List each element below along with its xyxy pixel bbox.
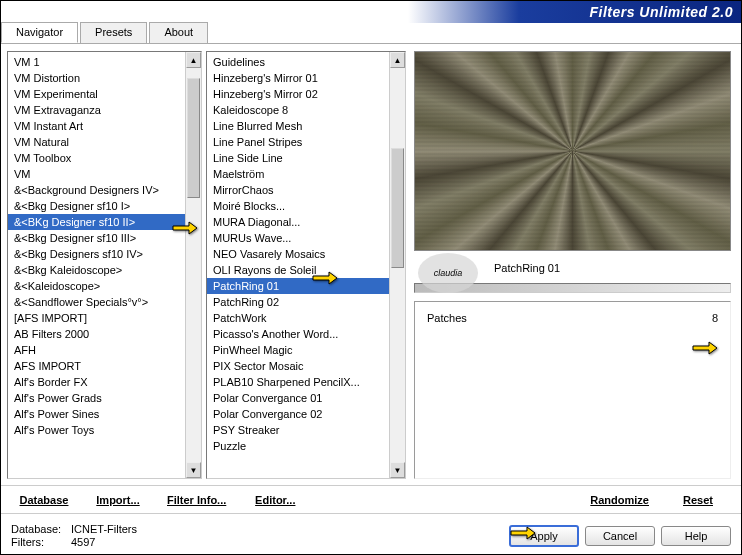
list-item[interactable]: NEO Vasarely Mosaics (207, 246, 389, 262)
list-item[interactable]: MURA Diagonal... (207, 214, 389, 230)
list-item[interactable]: &<Bkg Designer sf10 III> (8, 230, 185, 246)
list-item[interactable]: Line Panel Stripes (207, 134, 389, 150)
status-db-label: Database: (11, 523, 71, 535)
editor-button[interactable]: Editor... (240, 492, 310, 508)
list-item[interactable]: PLAB10 Sharpened PencilX... (207, 374, 389, 390)
list-item[interactable]: Hinzeberg's Mirror 01 (207, 70, 389, 86)
filter-list: GuidelinesHinzeberg's Mirror 01Hinzeberg… (206, 51, 406, 479)
list-item[interactable]: MirrorChaos (207, 182, 389, 198)
list-item[interactable]: AFH (8, 342, 185, 358)
scroll-thumb[interactable] (187, 78, 200, 198)
list-item[interactable]: OLI Rayons de Soleil (207, 262, 389, 278)
list-item[interactable]: &<Bkg Designer sf10 I> (8, 198, 185, 214)
list-item[interactable]: PatchRing 01 (207, 278, 389, 294)
category-list-content[interactable]: VM 1VM DistortionVM ExperimentalVM Extra… (8, 52, 185, 478)
list-item[interactable]: Line Side Line (207, 150, 389, 166)
tab-navigator[interactable]: Navigator (1, 22, 78, 43)
apply-button[interactable]: Apply (509, 525, 579, 547)
list-item[interactable]: &<Sandflower Specials°v°> (8, 294, 185, 310)
scroll-up-icon[interactable]: ▲ (390, 52, 405, 68)
param-value: 8 (712, 312, 718, 324)
app-title: Filters Unlimited 2.0 (589, 4, 733, 20)
list-item[interactable]: VM Toolbox (8, 150, 185, 166)
status-filters-label: Filters: (11, 536, 71, 548)
list-item[interactable]: PIX Sector Mosaic (207, 358, 389, 374)
param-row[interactable]: Patches 8 (419, 310, 726, 326)
list-item[interactable]: &<Bkg Kaleidoscope> (8, 262, 185, 278)
list-item[interactable]: Polar Convergance 02 (207, 406, 389, 422)
list-item[interactable]: Guidelines (207, 54, 389, 70)
help-button[interactable]: Help (661, 526, 731, 546)
scroll-down-icon[interactable]: ▼ (186, 462, 201, 478)
list-item[interactable]: Alf's Power Grads (8, 390, 185, 406)
toolbar: Database Import... Filter Info... Editor… (1, 485, 741, 513)
category-list: VM 1VM DistortionVM ExperimentalVM Extra… (7, 51, 202, 479)
list-item[interactable]: Alf's Power Sines (8, 406, 185, 422)
list-item[interactable]: PatchRing 02 (207, 294, 389, 310)
list-item[interactable]: VM (8, 166, 185, 182)
tab-about[interactable]: About (149, 22, 208, 43)
scroll-track[interactable] (390, 68, 405, 462)
list-item[interactable]: Moiré Blocks... (207, 198, 389, 214)
list-item[interactable]: VM 1 (8, 54, 185, 70)
title-bar: Filters Unlimited 2.0 (1, 1, 741, 23)
list-item[interactable]: Hinzeberg's Mirror 02 (207, 86, 389, 102)
reset-button[interactable]: Reset (663, 492, 733, 508)
list-item[interactable]: VM Distortion (8, 70, 185, 86)
list-item[interactable]: VM Extravaganza (8, 102, 185, 118)
list-item[interactable]: VM Experimental (8, 86, 185, 102)
filter-scrollbar[interactable]: ▲ ▼ (389, 52, 405, 478)
list-item[interactable]: VM Natural (8, 134, 185, 150)
list-item[interactable]: &<Background Designers IV> (8, 182, 185, 198)
scroll-up-icon[interactable]: ▲ (186, 52, 201, 68)
randomize-button[interactable]: Randomize (580, 492, 659, 508)
status-db-value: ICNET-Filters (71, 523, 137, 535)
filter-list-content[interactable]: GuidelinesHinzeberg's Mirror 01Hinzeberg… (207, 52, 389, 478)
list-item[interactable]: PinWheel Magic (207, 342, 389, 358)
param-label: Patches (427, 312, 467, 324)
list-item[interactable]: PatchWork (207, 310, 389, 326)
list-item[interactable]: &<BKg Designer sf10 II> (8, 214, 185, 230)
tab-presets[interactable]: Presets (80, 22, 147, 43)
list-item[interactable]: VM Instant Art (8, 118, 185, 134)
parameter-area: Patches 8 (414, 301, 731, 479)
filter-info-button[interactable]: Filter Info... (157, 492, 236, 508)
status-bar: Database: ICNET-Filters Filters: 4597 Ap… (1, 513, 741, 555)
cancel-button[interactable]: Cancel (585, 526, 655, 546)
tab-strip: Navigator Presets About (1, 22, 741, 44)
database-button[interactable]: Database (9, 492, 79, 508)
scroll-down-icon[interactable]: ▼ (390, 462, 405, 478)
list-item[interactable]: PSY Streaker (207, 422, 389, 438)
import-button[interactable]: Import... (83, 492, 153, 508)
preview-column: claudia PatchRing 01 Patches 8 (410, 51, 735, 479)
list-item[interactable]: Picasso's Another Word... (207, 326, 389, 342)
status-info: Database: ICNET-Filters Filters: 4597 (11, 523, 137, 548)
list-item[interactable]: &<Kaleidoscope> (8, 278, 185, 294)
status-filters-value: 4597 (71, 536, 95, 548)
list-item[interactable]: Maelström (207, 166, 389, 182)
main-area: VM 1VM DistortionVM ExperimentalVM Extra… (1, 45, 741, 485)
list-item[interactable]: [AFS IMPORT] (8, 310, 185, 326)
list-item[interactable]: Alf's Power Toys (8, 422, 185, 438)
scroll-track[interactable] (186, 68, 201, 462)
list-item[interactable]: Polar Convergance 01 (207, 390, 389, 406)
list-item[interactable]: MURUs Wave... (207, 230, 389, 246)
list-item[interactable]: AFS IMPORT (8, 358, 185, 374)
list-item[interactable]: &<Bkg Designers sf10 IV> (8, 246, 185, 262)
category-scrollbar[interactable]: ▲ ▼ (185, 52, 201, 478)
list-item[interactable]: Puzzle (207, 438, 389, 454)
preview-image (414, 51, 731, 251)
list-item[interactable]: Kaleidoscope 8 (207, 102, 389, 118)
list-item[interactable]: AB Filters 2000 (8, 326, 185, 342)
scroll-thumb[interactable] (391, 148, 404, 268)
list-item[interactable]: Line Blurred Mesh (207, 118, 389, 134)
watermark-stamp: claudia (418, 253, 478, 293)
list-item[interactable]: Alf's Border FX (8, 374, 185, 390)
dialog-buttons: Apply Cancel Help (509, 525, 731, 547)
